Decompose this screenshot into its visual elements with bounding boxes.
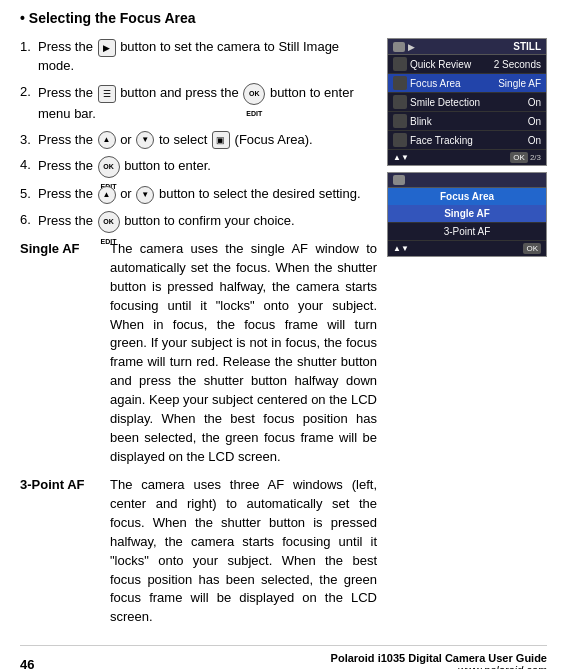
step-5: 5. Press the ▲ or ▼ button to select the… bbox=[20, 185, 377, 204]
step-3-num: 3. bbox=[20, 131, 38, 150]
def-single-af-desc: The camera uses the single AF window to … bbox=[110, 240, 377, 466]
focus-area-row-icon bbox=[393, 76, 407, 90]
panel-focus-header-icons bbox=[393, 175, 405, 185]
panel-footer: ▲▼ OK 2/3 bbox=[388, 150, 546, 165]
okedit-icon: OKEDIT bbox=[243, 83, 265, 105]
step-4-num: 4. bbox=[20, 156, 38, 178]
content-layout: 1. Press the ▶ button to set the camera … bbox=[20, 38, 547, 637]
step-5-text: Press the ▲ or ▼ button to select the de… bbox=[38, 185, 361, 204]
ok-btn: OK bbox=[510, 152, 528, 163]
panel-page-num: 2/3 bbox=[530, 153, 541, 162]
camera-panel-focus-area: Focus Area Single AF 3-Point AF ▲▼ OK bbox=[387, 172, 547, 257]
panel-footer-arrows: ▲▼ bbox=[393, 153, 409, 162]
panel-row-face-tracking: Face Tracking On bbox=[388, 131, 546, 150]
okedit3-icon: OKEDIT bbox=[98, 211, 120, 233]
smile-value: On bbox=[528, 97, 541, 108]
def-3point-af-term: 3-Point AF bbox=[20, 476, 110, 627]
still-label: ▶ bbox=[408, 42, 415, 52]
page-footer: 46 Polaroid i1035 Digital Camera User Gu… bbox=[20, 645, 547, 669]
down2-icon: ▼ bbox=[136, 186, 154, 204]
step-2-num: 2. bbox=[20, 83, 38, 124]
step-1: 1. Press the ▶ button to set the camera … bbox=[20, 38, 377, 76]
step-3-text: Press the ▲ or ▼ to select ▣ (Focus Area… bbox=[38, 131, 313, 150]
menu-icon: ☰ bbox=[98, 85, 116, 103]
quick-review-label: Quick Review bbox=[410, 59, 471, 70]
step-6-num: 6. bbox=[20, 211, 38, 233]
step-2-text: Press the ☰ button and press the OKEDIT … bbox=[38, 83, 377, 124]
ok-btn2: OK bbox=[523, 243, 541, 254]
panel-row-face-tracking-left: Face Tracking bbox=[393, 133, 473, 147]
panel-row-quick-review-left: Quick Review bbox=[393, 57, 471, 71]
face-tracking-icon bbox=[393, 133, 407, 147]
quick-review-icon bbox=[393, 57, 407, 71]
ui-column: ▶ STILL Quick Review 2 Seconds bbox=[387, 38, 547, 637]
quick-review-value: 2 Seconds bbox=[494, 59, 541, 70]
text-column: 1. Press the ▶ button to set the camera … bbox=[20, 38, 387, 637]
camera-thumb-icon bbox=[393, 42, 405, 52]
focus-area-icon: ▣ bbox=[212, 131, 230, 149]
def-single-af-term: Single AF bbox=[20, 240, 110, 466]
blink-value: On bbox=[528, 116, 541, 127]
step-3: 3. Press the ▲ or ▼ to select ▣ (Focus A… bbox=[20, 131, 377, 150]
panel-row-smile-left: Smile Detection bbox=[393, 95, 480, 109]
footer-page-num: 46 bbox=[20, 657, 34, 669]
camera-panel-still: ▶ STILL Quick Review 2 Seconds bbox=[387, 38, 547, 166]
panel-row-focus-area: Focus Area Single AF bbox=[388, 74, 546, 93]
section-title: • Selecting the Focus Area bbox=[20, 10, 547, 26]
panel-row-blink: Blink On bbox=[388, 112, 546, 131]
step-5-num: 5. bbox=[20, 185, 38, 204]
def-3point-af: 3-Point AF The camera uses three AF wind… bbox=[20, 476, 377, 627]
panel-footer-btns: OK 2/3 bbox=[510, 152, 541, 163]
panel-row-quick-review: Quick Review 2 Seconds bbox=[388, 55, 546, 74]
step-6-text: Press the OKEDIT button to confirm your … bbox=[38, 211, 295, 233]
def-single-af: Single AF The camera uses the single AF … bbox=[20, 240, 377, 466]
focus-area-value: Single AF bbox=[498, 78, 541, 89]
focus-panel-title: Focus Area bbox=[388, 188, 546, 205]
focus-option-single-af: Single AF bbox=[388, 205, 546, 223]
blink-label: Blink bbox=[410, 116, 432, 127]
step-1-num: 1. bbox=[20, 38, 38, 76]
page-container: • Selecting the Focus Area 1. Press the … bbox=[0, 0, 567, 669]
step-4: 4. Press the OKEDIT button to enter. bbox=[20, 156, 377, 178]
focus-area-label: Focus Area bbox=[410, 78, 461, 89]
step-2: 2. Press the ☰ button and press the OKED… bbox=[20, 83, 377, 124]
panel2-footer-arrows: ▲▼ bbox=[393, 244, 409, 253]
panel2-footer: ▲▼ OK bbox=[388, 241, 546, 256]
up2-icon: ▲ bbox=[98, 186, 116, 204]
footer-product: Polaroid i1035 Digital Camera User Guide bbox=[331, 652, 547, 664]
panel-row-smile: Smile Detection On bbox=[388, 93, 546, 112]
blink-icon bbox=[393, 114, 407, 128]
panel-row-blink-left: Blink bbox=[393, 114, 432, 128]
step-6: 6. Press the OKEDIT button to confirm yo… bbox=[20, 211, 377, 233]
smile-label: Smile Detection bbox=[410, 97, 480, 108]
up-icon: ▲ bbox=[98, 131, 116, 149]
smile-icon bbox=[393, 95, 407, 109]
footer-website: www.polaroid.com bbox=[331, 664, 547, 669]
focus-option-3point-af: 3-Point AF bbox=[388, 223, 546, 241]
face-tracking-value: On bbox=[528, 135, 541, 146]
def-3point-af-desc: The camera uses three AF windows (left, … bbox=[110, 476, 377, 627]
panel-still-title: STILL bbox=[513, 41, 541, 52]
panel-header-icons: ▶ bbox=[393, 42, 415, 52]
step-1-text: Press the ▶ button to set the camera to … bbox=[38, 38, 377, 76]
face-tracking-label: Face Tracking bbox=[410, 135, 473, 146]
step-4-text: Press the OKEDIT button to enter. bbox=[38, 156, 211, 178]
okedit2-icon: OKEDIT bbox=[98, 156, 120, 178]
panel-focus-header bbox=[388, 173, 546, 188]
mode-icon: ▶ bbox=[98, 39, 116, 57]
camera-thumb2-icon bbox=[393, 175, 405, 185]
panel-still-header: ▶ STILL bbox=[388, 39, 546, 55]
down-icon: ▼ bbox=[136, 131, 154, 149]
panel-row-focus-area-left: Focus Area bbox=[393, 76, 461, 90]
footer-right: Polaroid i1035 Digital Camera User Guide… bbox=[331, 652, 547, 669]
